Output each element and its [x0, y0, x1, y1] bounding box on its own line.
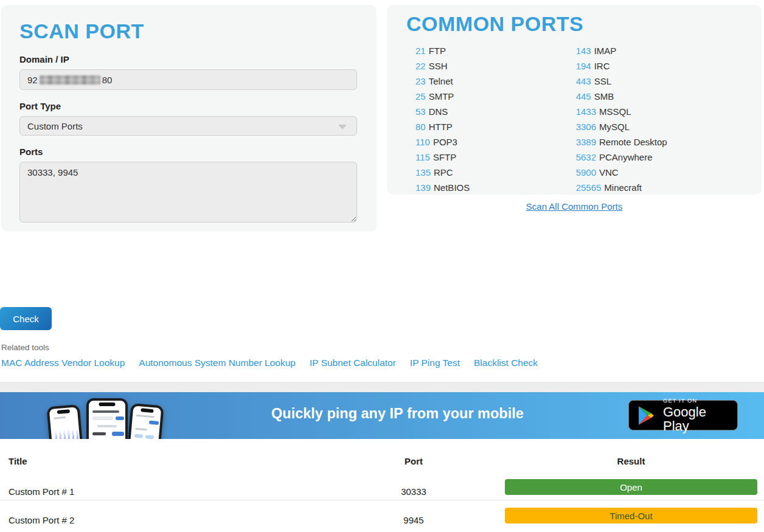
port-type-label: Port Type: [19, 101, 358, 111]
scan-all-common-ports-link[interactable]: Scan All Common Ports: [387, 201, 762, 212]
table-row: Custom Port # 2 9945 Timed-Out: [0, 508, 764, 532]
scan-port-card: SCAN PORT Domain / IP 9280 Port Type Cus…: [1, 5, 377, 232]
phone-mockup-left: [46, 404, 86, 439]
port-name: HTTP: [429, 122, 453, 132]
common-port-item[interactable]: 1433MSSQL: [576, 104, 742, 119]
port-number: 139: [415, 182, 431, 193]
related-tool-link[interactable]: IP Subnet Calculator: [310, 358, 396, 368]
common-port-item[interactable]: 3389Remote Desktop: [576, 134, 742, 150]
domain-ip-input[interactable]: 9280: [19, 69, 357, 90]
port-scanner-page: SCAN PORT Domain / IP 9280 Port Type Cus…: [0, 0, 764, 532]
related-tools-label: Related tools: [1, 343, 49, 352]
port-name: MSSQL: [599, 106, 631, 117]
port-number: 3389: [576, 137, 596, 147]
common-port-item[interactable]: 115SFTP: [415, 150, 576, 165]
common-ports-card: COMMON PORTS 21FTP 22SSH 23Telnet 25SMTP…: [387, 5, 762, 195]
port-name: SSH: [429, 61, 448, 71]
port-type-selected-value: Custom Ports: [27, 121, 83, 131]
common-port-item[interactable]: 443SSL: [576, 74, 742, 89]
port-number: 5900: [576, 167, 596, 178]
common-port-item[interactable]: 135RPC: [415, 165, 576, 180]
port-name: PCAnywhere: [599, 152, 653, 162]
domain-ip-value-suffix: 80: [102, 75, 113, 85]
related-tools-links: MAC Address Vendor Lookup Autonomous Sys…: [1, 358, 538, 368]
port-type-select[interactable]: Custom Ports: [19, 116, 357, 136]
common-port-item[interactable]: 25565Minecraft: [576, 180, 742, 195]
related-tool-link[interactable]: Blacklist Check: [474, 358, 538, 368]
port-name: SFTP: [433, 152, 456, 162]
port-name: SSL: [594, 76, 611, 86]
row-title: Custom Port # 1: [9, 486, 349, 497]
port-number: 3306: [576, 122, 596, 132]
domain-ip-label: Domain / IP: [19, 54, 358, 64]
port-name: POP3: [433, 137, 457, 147]
port-name: Telnet: [429, 76, 453, 86]
port-number: 443: [576, 76, 591, 86]
common-port-item[interactable]: 110POP3: [415, 134, 576, 150]
port-number: 53: [415, 106, 426, 117]
ports-textarea[interactable]: 30333, 9945: [19, 162, 357, 223]
port-number: 115: [415, 152, 430, 162]
common-port-item[interactable]: 22SSH: [415, 58, 576, 74]
common-port-item[interactable]: 3306MySQL: [576, 119, 742, 134]
status-badge: Timed-Out: [505, 508, 757, 523]
common-port-item[interactable]: 194IRC: [576, 58, 742, 74]
common-port-item[interactable]: 23Telnet: [415, 74, 576, 89]
port-name: IRC: [594, 61, 610, 71]
phones-illustration: [41, 396, 169, 439]
common-ports-grid: 21FTP 22SSH 23Telnet 25SMTP 53DNS 80HTTP…: [406, 43, 742, 195]
section-divider-strip: [0, 382, 764, 392]
port-name: Minecraft: [604, 182, 642, 193]
google-play-badge[interactable]: GET IT ON Google Play: [628, 400, 738, 430]
port-number: 21: [415, 46, 426, 56]
port-name: IMAP: [594, 46, 617, 56]
port-number: 1433: [576, 106, 596, 117]
google-play-text: GET IT ON Google Play: [663, 398, 729, 433]
google-play-label: Google Play: [663, 405, 729, 433]
google-play-icon: [637, 406, 656, 426]
port-number: 5632: [576, 152, 596, 162]
port-number: 25565: [576, 182, 602, 193]
port-name: SMTP: [429, 91, 454, 102]
port-name: NetBIOS: [434, 182, 470, 193]
port-number: 445: [576, 91, 591, 102]
port-number: 110: [415, 137, 430, 147]
port-number: 80: [415, 122, 426, 132]
common-port-item[interactable]: 53DNS: [415, 104, 576, 119]
common-port-item[interactable]: 5632PCAnywhere: [576, 150, 742, 165]
common-port-item[interactable]: 139NetBIOS: [415, 180, 576, 195]
phone-mockup-center: [86, 398, 128, 439]
common-port-item[interactable]: 445SMB: [576, 89, 742, 104]
results-table-header: Title Port Result: [0, 456, 764, 468]
port-name: RPC: [434, 167, 453, 178]
check-button[interactable]: Check: [0, 307, 52, 330]
get-it-on-label: GET IT ON: [663, 398, 729, 404]
row-title: Custom Port # 2: [9, 515, 349, 525]
related-tool-link[interactable]: MAC Address Vendor Lookup: [1, 358, 125, 368]
row-divider: [0, 500, 764, 500]
header-title: Title: [9, 456, 349, 466]
row-port: 9945: [365, 515, 462, 525]
common-ports-left-column: 21FTP 22SSH 23Telnet 25SMTP 53DNS 80HTTP…: [415, 43, 576, 195]
related-tool-link[interactable]: Autonomous System Number Lookup: [139, 358, 296, 368]
related-tool-link[interactable]: IP Ping Test: [410, 358, 460, 368]
common-port-item[interactable]: 25SMTP: [415, 89, 576, 104]
common-port-item[interactable]: 143IMAP: [576, 43, 742, 58]
common-port-item[interactable]: 80HTTP: [415, 119, 576, 134]
common-port-item[interactable]: 21FTP: [415, 43, 576, 58]
row-port: 30333: [365, 486, 462, 497]
header-port: Port: [365, 456, 462, 466]
port-name: DNS: [429, 106, 448, 117]
port-number: 194: [576, 61, 591, 71]
common-port-item[interactable]: 5900VNC: [576, 165, 742, 180]
chevron-down-icon: [338, 125, 347, 130]
scan-port-title: SCAN PORT: [19, 19, 358, 43]
table-row: Custom Port # 1 30333 Open: [0, 479, 764, 507]
port-name: Remote Desktop: [599, 137, 667, 147]
port-number: 23: [415, 76, 426, 86]
common-ports-title: COMMON PORTS: [406, 12, 742, 36]
redacted-ip-blur: [40, 75, 100, 85]
status-badge: Open: [505, 479, 757, 495]
port-number: 22: [415, 61, 426, 71]
mobile-app-banner: Quickly ping any IP from your mobile GET…: [0, 392, 764, 439]
